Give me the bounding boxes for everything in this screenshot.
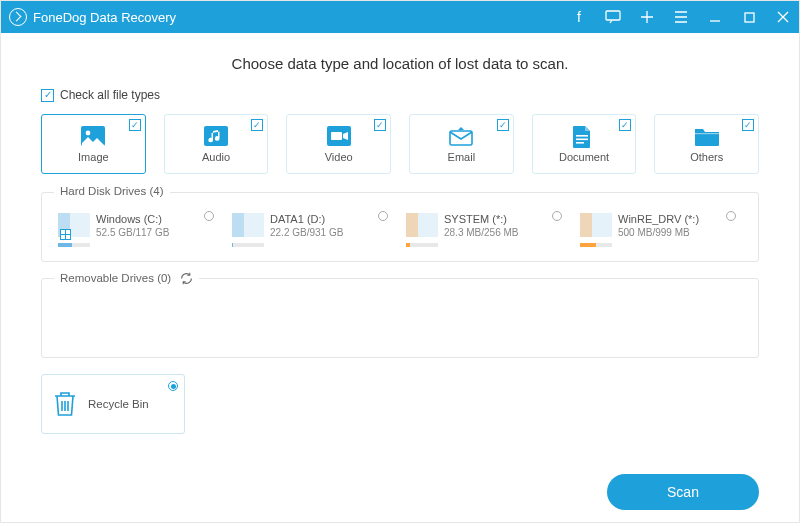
drive-icon <box>580 213 612 241</box>
drive-radio-3[interactable] <box>726 211 736 221</box>
drive-name: Windows (C:) <box>96 213 169 225</box>
drive-item-1[interactable]: DATA1 (D:)22.2 GB/931 GB <box>230 209 394 251</box>
minimize-icon[interactable] <box>707 9 723 25</box>
drive-usage-bar <box>580 243 612 247</box>
drive-icon <box>406 213 438 241</box>
close-icon[interactable] <box>775 9 791 25</box>
removable-drives-body <box>56 291 744 347</box>
drive-name: DATA1 (D:) <box>270 213 343 225</box>
facebook-icon[interactable]: f <box>571 9 587 25</box>
type-checkbox-audio[interactable] <box>251 119 263 131</box>
hdd-section-title: Hard Disk Drives (4) <box>54 185 170 197</box>
type-checkbox-others[interactable] <box>742 119 754 131</box>
document-icon <box>571 125 597 147</box>
maximize-icon[interactable] <box>741 9 757 25</box>
hard-disk-drives-section: Hard Disk Drives (4) Windows (C:)52.5 GB… <box>41 192 759 262</box>
type-label-document: Document <box>559 151 609 163</box>
video-icon <box>326 125 352 147</box>
drive-usage-bar <box>406 243 438 247</box>
check-all-checkbox[interactable] <box>41 89 54 102</box>
drive-item-0[interactable]: Windows (C:)52.5 GB/117 GB <box>56 209 220 251</box>
check-all-file-types[interactable]: Check all file types <box>41 88 759 102</box>
type-checkbox-email[interactable] <box>497 119 509 131</box>
drive-radio-1[interactable] <box>378 211 388 221</box>
check-all-label: Check all file types <box>60 88 160 102</box>
titlebar: FoneDog Data Recovery f <box>1 1 799 33</box>
drive-size: 22.2 GB/931 GB <box>270 227 343 238</box>
hdd-drives-row: Windows (C:)52.5 GB/117 GBDATA1 (D:)22.2… <box>56 205 744 251</box>
audio-icon <box>203 125 229 147</box>
svg-rect-8 <box>576 135 588 137</box>
drive-usage-bar <box>58 243 90 247</box>
app-title: FoneDog Data Recovery <box>33 10 176 25</box>
drive-icon <box>58 213 90 241</box>
page-heading: Choose data type and location of lost da… <box>41 33 759 88</box>
recycle-bin-label: Recycle Bin <box>88 398 149 410</box>
type-card-document[interactable]: Document <box>532 114 637 174</box>
removable-section-title: Removable Drives (0) <box>60 272 171 284</box>
svg-rect-11 <box>695 133 719 134</box>
type-checkbox-document[interactable] <box>619 119 631 131</box>
recycle-bin-radio[interactable] <box>168 381 178 391</box>
type-card-audio[interactable]: Audio <box>164 114 269 174</box>
app-logo-icon <box>9 8 27 26</box>
svg-rect-6 <box>331 132 342 140</box>
drive-size: 28.3 MB/256 MB <box>444 227 518 238</box>
drive-size: 500 MB/999 MB <box>618 227 699 238</box>
feedback-icon[interactable] <box>605 9 621 25</box>
menu-icon[interactable] <box>673 9 689 25</box>
others-icon <box>694 125 720 147</box>
refresh-icon[interactable] <box>179 271 193 285</box>
drive-radio-0[interactable] <box>204 211 214 221</box>
svg-rect-9 <box>576 139 588 141</box>
type-card-others[interactable]: Others <box>654 114 759 174</box>
type-label-video: Video <box>325 151 353 163</box>
drive-name: SYSTEM (*:) <box>444 213 518 225</box>
titlebar-left: FoneDog Data Recovery <box>9 8 176 26</box>
plus-icon[interactable] <box>639 9 655 25</box>
email-icon <box>448 125 474 147</box>
svg-rect-1 <box>745 13 754 22</box>
trash-icon <box>52 390 78 418</box>
svg-point-3 <box>86 131 91 136</box>
drive-item-3[interactable]: WinRE_DRV (*:)500 MB/999 MB <box>578 209 742 251</box>
type-checkbox-video[interactable] <box>374 119 386 131</box>
image-icon <box>80 125 106 147</box>
drive-item-2[interactable]: SYSTEM (*:)28.3 MB/256 MB <box>404 209 568 251</box>
type-label-image: Image <box>78 151 109 163</box>
scan-button[interactable]: Scan <box>607 474 759 510</box>
svg-rect-16 <box>232 213 244 237</box>
svg-rect-7 <box>450 131 472 145</box>
type-label-others: Others <box>690 151 723 163</box>
type-checkbox-image[interactable] <box>129 119 141 131</box>
svg-rect-4 <box>204 126 228 146</box>
svg-rect-0 <box>606 11 620 20</box>
titlebar-controls: f <box>571 9 791 25</box>
file-type-row: ImageAudioVideoEmailDocumentOthers <box>41 114 759 174</box>
drive-icon <box>232 213 264 241</box>
svg-rect-20 <box>580 213 592 237</box>
removable-drives-section: Removable Drives (0) <box>41 278 759 358</box>
main-content: Choose data type and location of lost da… <box>1 33 799 523</box>
type-card-image[interactable]: Image <box>41 114 146 174</box>
type-label-audio: Audio <box>202 151 230 163</box>
recycle-bin-card[interactable]: Recycle Bin <box>41 374 185 434</box>
svg-rect-10 <box>576 142 584 144</box>
type-card-video[interactable]: Video <box>286 114 391 174</box>
type-card-email[interactable]: Email <box>409 114 514 174</box>
drive-name: WinRE_DRV (*:) <box>618 213 699 225</box>
type-label-email: Email <box>448 151 476 163</box>
drive-usage-bar <box>232 243 264 247</box>
drive-radio-2[interactable] <box>552 211 562 221</box>
drive-size: 52.5 GB/117 GB <box>96 227 169 238</box>
svg-rect-18 <box>406 213 418 237</box>
